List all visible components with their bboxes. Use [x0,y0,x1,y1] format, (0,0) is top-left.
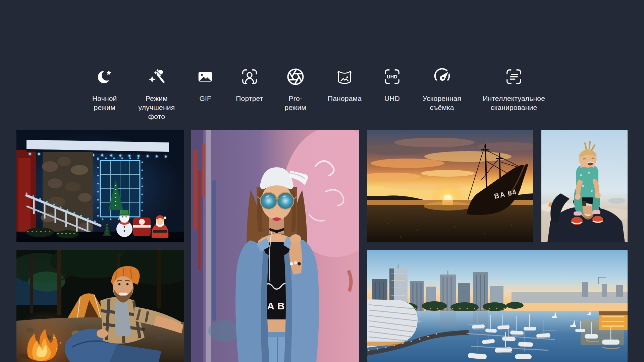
portrait-focus-frame-icon [240,68,259,86]
uhd-icon-text: UHD [387,74,397,79]
magic-brush-sparkles-icon [148,68,166,86]
mode-photo-enhance[interactable]: Режим улучшения фото [139,68,175,121]
mode-night[interactable]: Ночной режим [92,68,117,112]
aperture-icon [286,68,305,86]
photo-christmas-house[interactable] [16,130,184,242]
mode-timelapse[interactable]: Ускоренная съёмка [423,68,461,112]
photo-child-art [541,130,628,242]
mode-portrait[interactable]: Портрет [236,68,263,103]
mode-portrait-label: Портрет [236,94,263,103]
mode-pro-label: Pro-режим [285,94,306,112]
photo-campfire-art [16,250,184,362]
mode-night-label: Ночной режим [92,94,117,112]
mode-smartscan-label: Интеллектуальное сканирование [483,94,545,112]
speedometer-icon [433,68,451,86]
photo-ship-sunset[interactable]: BA 64 [367,130,533,242]
photo-city-marina[interactable] [367,250,628,362]
crescent-moon-star-icon [96,68,114,86]
photo-child-on-shoulders[interactable] [541,130,628,242]
photo-city-marina-art [367,250,628,362]
uhd-frame-icon: UHD [383,68,401,86]
mode-photo-enhance-label: Режим улучшения фото [139,94,175,121]
mode-uhd-label: UHD [384,94,400,103]
photo-ship-sunset-art: BA 64 [367,130,533,242]
mode-panorama[interactable]: Панорама [328,68,362,103]
document-scan-frame-icon [505,68,523,86]
mode-uhd[interactable]: UHD UHD [383,68,401,103]
photo-campfire-selfie[interactable] [16,250,184,362]
photo-girl-graffiti[interactable]: BABE [191,130,359,362]
mode-smartscan[interactable]: Интеллектуальное сканирование [483,68,545,112]
panorama-icon [335,68,354,86]
mode-panorama-label: Панорама [328,94,362,103]
photo-girl-graffiti-art: BABE [191,130,359,362]
mode-pro[interactable]: Pro-режим [285,68,306,112]
photo-christmas-house-art [16,130,184,242]
mode-gif-label: GIF [199,94,211,103]
mode-gif[interactable]: GIF [196,68,214,103]
camera-features-page: Ночной режим Режим улучшения фото [0,0,644,362]
mode-timelapse-label: Ускоренная съёмка [423,94,461,112]
picture-icon [196,68,214,86]
camera-modes-row: Ночной режим Режим улучшения фото [92,68,545,121]
